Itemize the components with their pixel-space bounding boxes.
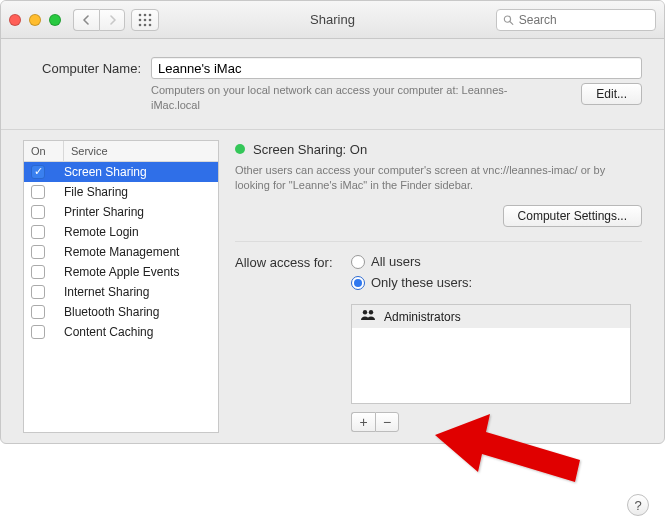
forward-button[interactable] — [99, 9, 125, 31]
titlebar: Sharing — [1, 1, 664, 39]
service-label: Remote Management — [64, 245, 211, 259]
service-label: File Sharing — [64, 185, 211, 199]
service-checkbox[interactable] — [31, 305, 45, 319]
svg-point-3 — [139, 18, 142, 21]
radio-only-label: Only these users: — [371, 275, 472, 290]
close-window-button[interactable] — [9, 14, 21, 26]
svg-point-12 — [369, 310, 373, 314]
user-row[interactable]: Administrators — [352, 305, 630, 328]
status-description: Other users can access your computer's s… — [235, 163, 642, 194]
service-checkbox[interactable]: ✓ — [31, 165, 45, 179]
svg-point-5 — [149, 18, 152, 21]
computer-name-subtext: Computers on your local network can acce… — [151, 83, 511, 113]
service-row[interactable]: ✓Screen Sharing — [24, 162, 218, 182]
svg-point-6 — [139, 23, 142, 26]
svg-point-9 — [504, 15, 510, 21]
divider — [1, 129, 664, 130]
service-row[interactable]: Remote Login — [24, 222, 218, 242]
status-dot-icon — [235, 144, 245, 154]
service-label: Content Caching — [64, 325, 211, 339]
service-checkbox[interactable] — [31, 285, 45, 299]
minimize-window-button[interactable] — [29, 14, 41, 26]
svg-line-10 — [510, 21, 513, 24]
service-label: Internet Sharing — [64, 285, 211, 299]
radio-icon — [351, 255, 365, 269]
add-user-button[interactable]: + — [351, 412, 375, 432]
svg-point-4 — [144, 18, 147, 21]
allow-access-label: Allow access for: — [235, 254, 343, 270]
svg-point-7 — [144, 23, 147, 26]
divider — [235, 241, 642, 242]
service-row[interactable]: Bluetooth Sharing — [24, 302, 218, 322]
service-checkbox[interactable] — [31, 225, 45, 239]
service-row[interactable]: Internet Sharing — [24, 282, 218, 302]
people-icon — [360, 309, 376, 324]
service-checkbox[interactable] — [31, 185, 45, 199]
service-row[interactable]: File Sharing — [24, 182, 218, 202]
service-label: Screen Sharing — [64, 165, 211, 179]
search-field-wrap[interactable] — [496, 9, 656, 31]
services-header-service: Service — [64, 141, 115, 161]
svg-point-0 — [139, 13, 142, 16]
services-header-on: On — [24, 141, 64, 161]
remove-user-button[interactable]: − — [375, 412, 399, 432]
svg-point-2 — [149, 13, 152, 16]
edit-hostname-button[interactable]: Edit... — [581, 83, 642, 105]
service-detail: Screen Sharing: On Other users can acces… — [235, 140, 642, 433]
search-input[interactable] — [519, 13, 649, 27]
user-label: Administrators — [384, 310, 461, 324]
service-label: Bluetooth Sharing — [64, 305, 211, 319]
zoom-window-button[interactable] — [49, 14, 61, 26]
radio-only-users[interactable]: Only these users: — [351, 275, 631, 290]
show-all-button[interactable] — [131, 9, 159, 31]
services-table: On Service ✓Screen SharingFile SharingPr… — [23, 140, 219, 433]
radio-all-users[interactable]: All users — [351, 254, 631, 269]
computer-name-input[interactable] — [151, 57, 642, 79]
service-checkbox[interactable] — [31, 325, 45, 339]
svg-point-1 — [144, 13, 147, 16]
computer-name-label: Computer Name: — [23, 61, 151, 76]
service-label: Printer Sharing — [64, 205, 211, 219]
svg-point-11 — [363, 310, 367, 314]
service-row[interactable]: Content Caching — [24, 322, 218, 342]
svg-point-8 — [149, 23, 152, 26]
radio-icon — [351, 276, 365, 290]
back-button[interactable] — [73, 9, 99, 31]
service-row[interactable]: Remote Management — [24, 242, 218, 262]
help-button[interactable]: ? — [627, 494, 649, 516]
service-checkbox[interactable] — [31, 205, 45, 219]
nav-buttons — [73, 9, 125, 31]
service-checkbox[interactable] — [31, 245, 45, 259]
service-label: Remote Apple Events — [64, 265, 211, 279]
window-controls — [9, 14, 61, 26]
radio-all-label: All users — [371, 254, 421, 269]
service-row[interactable]: Remote Apple Events — [24, 262, 218, 282]
service-checkbox[interactable] — [31, 265, 45, 279]
status-title: Screen Sharing: On — [253, 142, 367, 157]
computer-settings-button[interactable]: Computer Settings... — [503, 205, 642, 227]
service-row[interactable]: Printer Sharing — [24, 202, 218, 222]
users-list[interactable]: Administrators — [351, 304, 631, 404]
service-label: Remote Login — [64, 225, 211, 239]
search-icon — [503, 14, 514, 26]
